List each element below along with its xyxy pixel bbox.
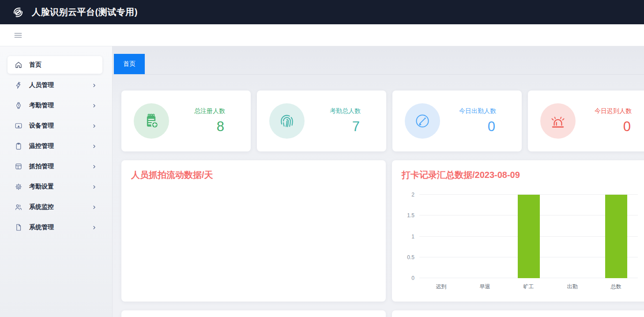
sidebar-item-temperature[interactable]: 温控管理 <box>8 137 102 155</box>
bar-slot <box>550 195 594 278</box>
alarm-icon <box>540 103 576 139</box>
clipboard-icon <box>15 142 23 150</box>
stat-card-registered-total: 总注册人数 8 <box>121 91 251 151</box>
sidebar-item-home[interactable]: 首页 <box>8 56 102 74</box>
stat-card-value: 7 <box>352 119 361 135</box>
y-tick-label: 1.5 <box>407 213 414 218</box>
monitor-icon <box>15 122 23 130</box>
capture-flow-panel: 人员抓拍流动数据/天 <box>121 160 386 302</box>
punch-summary-panel-title: 打卡记录汇总数据/2023-08-09 <box>402 169 520 181</box>
x-tick-label: 总数 <box>594 283 638 291</box>
tab-bar: 首页 <box>113 46 644 75</box>
sidebar-item-label: 考勤设置 <box>29 183 54 191</box>
main-content: 首页 总注册人数 8 考勤总人数 7 今日出勤人数 0 今日迟到人数 0 <box>113 46 644 317</box>
gear-icon <box>15 183 23 191</box>
sidebar-item-attendance-settings[interactable]: 考勤设置 <box>8 178 102 196</box>
stat-card-value: 0 <box>488 119 496 135</box>
sidebar-item-label: 系统管理 <box>29 223 54 231</box>
sidebar-item-label: 考勤管理 <box>29 102 54 109</box>
users-icon <box>15 203 23 211</box>
y-tick-label: 0 <box>411 275 414 281</box>
bolt-icon <box>15 81 23 89</box>
chevron-right-icon <box>91 103 97 109</box>
sidebar-item-attendance[interactable]: 考勤管理 <box>8 97 102 114</box>
stat-card-label: 今日迟到人数 <box>595 107 632 115</box>
y-tick-label: 1 <box>411 234 414 239</box>
sidebar-item-personnel[interactable]: 人员管理 <box>8 76 102 94</box>
chevron-right-icon <box>91 184 97 190</box>
stat-card-today-late: 今日迟到人数 0 <box>528 91 644 151</box>
stat-card-label: 总注册人数 <box>194 107 225 115</box>
stat-card-label: 考勤总人数 <box>330 107 361 115</box>
page-title: 人脸识别云平台(测试专用) <box>32 6 138 18</box>
watch-icon <box>15 102 23 109</box>
bar-slot <box>463 195 507 278</box>
sidebar-item-label: 系统监控 <box>29 203 54 211</box>
sidebar-item-capture[interactable]: 抓拍管理 <box>8 158 102 175</box>
pencil-circle-icon <box>405 103 440 139</box>
bar-总数 <box>605 195 627 278</box>
stat-card-text: 今日出勤人数 0 <box>459 107 496 135</box>
fingerprint-icon <box>269 103 305 139</box>
punch-summary-panel: 打卡记录汇总数据/2023-08-09 00.511.52 迟到 早退 旷工 出… <box>392 160 644 302</box>
stat-card-attendance-total: 考勤总人数 7 <box>257 91 386 151</box>
sidebar-item-label: 抓拍管理 <box>29 162 54 170</box>
bottom-left-panel <box>121 310 386 317</box>
sidebar-item-label: 设备管理 <box>29 122 54 130</box>
sidebar-item-system[interactable]: 系统管理 <box>8 219 102 236</box>
layout-icon <box>15 162 23 170</box>
x-tick-label: 旷工 <box>507 283 550 291</box>
x-tick-label: 迟到 <box>419 283 463 291</box>
chevron-right-icon <box>91 164 97 170</box>
sidebar-item-label: 人员管理 <box>29 81 54 89</box>
sidebar-item-label: 温控管理 <box>29 142 54 150</box>
chart-panels-row: 人员抓拍流动数据/天 打卡记录汇总数据/2023-08-09 00.511.52… <box>113 160 644 302</box>
register-icon <box>134 103 169 139</box>
stat-card-text: 总注册人数 8 <box>194 107 225 135</box>
bar-slot <box>419 195 463 278</box>
app-header: 人脸识别云平台(测试专用) <box>0 0 644 24</box>
bar-slot <box>594 195 638 278</box>
stat-card-today-present: 今日出勤人数 0 <box>392 91 522 151</box>
stat-card-label: 今日出勤人数 <box>459 107 496 115</box>
x-tick-label: 早退 <box>463 283 507 291</box>
file-icon <box>15 223 23 231</box>
sidebar: 首页 人员管理 考勤管理 设备管理 温控管理 抓拍管理 考勤设置 系统监控 <box>0 46 113 317</box>
swirl-logo-icon <box>10 4 26 21</box>
y-tick-label: 0.5 <box>407 255 414 260</box>
bar-slot <box>507 195 550 278</box>
sidebar-item-system-monitor[interactable]: 系统监控 <box>8 198 102 216</box>
chevron-right-icon <box>91 204 97 210</box>
chevron-right-icon <box>91 225 97 230</box>
stat-card-value: 0 <box>623 119 632 135</box>
hamburger-icon[interactable] <box>14 31 22 39</box>
bottom-panels-row <box>113 310 644 317</box>
stat-card-value: 8 <box>217 119 225 135</box>
capture-flow-panel-title: 人员抓拍流动数据/天 <box>131 169 213 181</box>
sidebar-item-device[interactable]: 设备管理 <box>8 117 102 135</box>
chevron-right-icon <box>91 123 97 129</box>
stat-cards-row: 总注册人数 8 考勤总人数 7 今日出勤人数 0 今日迟到人数 0 <box>113 91 644 151</box>
bar-旷工 <box>518 195 540 278</box>
home-icon <box>15 61 23 69</box>
toolbar <box>0 24 644 46</box>
punch-summary-bar-chart: 00.511.52 迟到 早退 旷工 出勤 总数 <box>419 195 638 278</box>
chevron-right-icon <box>91 83 97 88</box>
x-tick-label: 出勤 <box>550 283 594 291</box>
y-tick-label: 2 <box>411 192 414 197</box>
chevron-right-icon <box>91 143 97 149</box>
tab-home[interactable]: 首页 <box>114 54 145 74</box>
stat-card-text: 考勤总人数 7 <box>330 107 361 135</box>
bottom-right-panel <box>392 310 644 317</box>
stat-card-text: 今日迟到人数 0 <box>595 107 632 135</box>
sidebar-item-label: 首页 <box>29 61 41 69</box>
